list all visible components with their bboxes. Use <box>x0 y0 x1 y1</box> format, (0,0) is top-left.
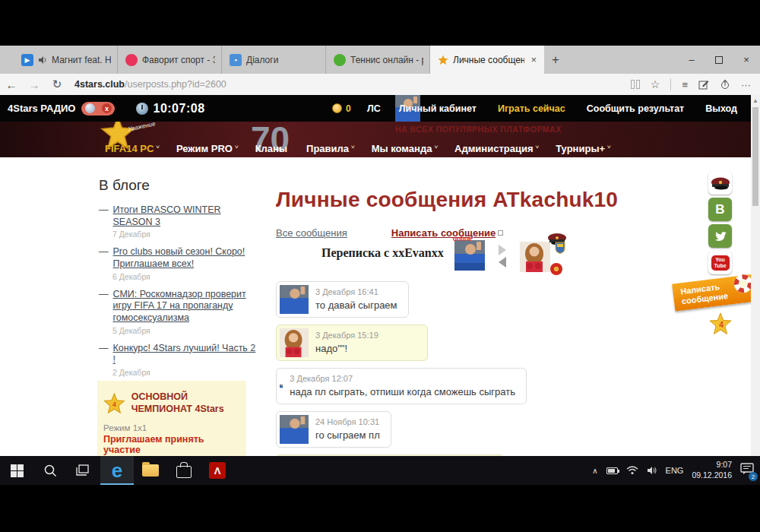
browser-tab-bar: ▶ Магнит feat. HOMIE - ... Фаворит спорт… <box>0 46 760 74</box>
menu-personal-cabinet[interactable]: Личный кабинет <box>399 103 477 114</box>
edge-taskbar-button[interactable]: e <box>100 456 134 485</box>
tab-youtube[interactable]: ▶ Магнит feat. HOMIE - ... <box>14 46 118 74</box>
toolbar-divider <box>670 78 671 90</box>
site-nav-menu: FIFA14 PC˅ Режим PRO˅ Кланы Правила˅ Мы … <box>105 143 611 154</box>
fourstars-icon[interactable]: 4 <box>708 312 732 335</box>
back-button[interactable]: ← <box>0 78 23 91</box>
nav-turniry[interactable]: Турниры+˅ <box>556 143 611 154</box>
list-item: СМИ: Роскомнадзор проверит игру FIFA 17 … <box>99 289 260 336</box>
blog-post-link[interactable]: Pro clubs новый сезон! Скоро! Приглашаем… <box>113 246 261 270</box>
list-item: Конкурс! 4Stars лучший! Часть 2 ! 2 Дека… <box>99 343 260 378</box>
message-bubble: 3 Декабря 16:41 то давай сыграем <box>276 281 409 318</box>
conversation-user-partner[interactable] <box>520 240 564 274</box>
tennis-favicon <box>334 54 346 66</box>
hub-icon[interactable]: ≡ <box>682 79 688 90</box>
close-button[interactable]: × <box>733 46 760 74</box>
nav-klany[interactable]: Кланы <box>255 143 290 154</box>
menu-report-result[interactable]: Сообщить результат <box>587 103 685 114</box>
acrobat-button[interactable]: Λ <box>201 456 234 485</box>
tab-title: Теннис онлайн - результат... <box>350 55 423 65</box>
wifi-icon[interactable] <box>626 466 638 475</box>
nav-administratsiya[interactable]: Администрация˅ <box>454 143 539 154</box>
menu-play-now[interactable]: Играть сейчас <box>498 103 565 114</box>
action-center-button[interactable]: 2 <box>740 463 754 478</box>
more-options-icon[interactable]: ··· <box>741 79 751 90</box>
blog-post-link[interactable]: Конкурс! 4Stars лучший! Часть 2 ! <box>113 343 261 366</box>
site-header-banner: Уважение 70 НА ВСЕХ ПОПУЛЯРНЫХ ПЛАТФОРМА… <box>0 122 760 157</box>
tray-chevron-icon[interactable]: ∧ <box>592 467 597 475</box>
scrollbar-thumb[interactable] <box>752 107 758 206</box>
forward-button[interactable]: → <box>23 78 46 91</box>
share-icon[interactable] <box>720 79 730 90</box>
scroll-up-arrow[interactable]: ▲ <box>751 95 760 104</box>
tray-time-value: 9:07 <box>717 460 732 469</box>
browser-toolbar: ☆ ≡ ··· <box>631 78 760 90</box>
new-tab-button[interactable]: + <box>544 46 567 74</box>
battery-icon[interactable] <box>606 467 618 474</box>
coin-balance[interactable]: 0 <box>332 103 351 114</box>
desktop-background-bottom <box>0 485 760 532</box>
championship-promo[interactable]: 4 ОСНОВНОЙ ЧЕМПИОНАТ 4Stars Режим 1x1 Пр… <box>97 381 246 456</box>
windows-store-button[interactable] <box>167 456 201 485</box>
banner-tagline: НА ВСЕХ ПОПУЛЯРНЫХ ПЛАТФОРМАХ <box>395 125 562 134</box>
twitter-icon[interactable] <box>708 224 732 248</box>
store-bag-icon <box>176 466 192 478</box>
nav-fifa14-pc[interactable]: FIFA14 PC˅ <box>105 143 160 154</box>
tab-dialogs[interactable]: ▪ Діалоги <box>222 46 326 74</box>
site-top-bar: 4Stars РАДИО x 10:07:08 0 ЛС Личный каби… <box>0 95 760 122</box>
task-view-button[interactable] <box>67 456 100 485</box>
svg-text:4: 4 <box>112 401 116 408</box>
minimize-button[interactable]: – <box>678 46 705 74</box>
promo-title: ОСНОВНОЙ ЧЕМПИОНАТ 4Stars <box>131 388 240 415</box>
annotate-icon[interactable] <box>698 79 709 90</box>
url-field[interactable]: 4stars.club/userposts.php?id=2600 <box>74 79 226 90</box>
restore-button[interactable] <box>705 46 733 74</box>
chat-favicon: ▪ <box>230 54 242 66</box>
avatar <box>280 415 309 444</box>
tab-active-private-messages[interactable]: Личные сообщения АТ × <box>430 46 544 74</box>
volume-icon[interactable] <box>647 466 657 475</box>
nav-my-komanda[interactable]: Мы команда˅ <box>372 143 438 154</box>
nav-pravila[interactable]: Правила˅ <box>306 143 355 154</box>
military-cap-icon[interactable] <box>708 171 732 195</box>
messages-main: Личные сообщения ATkachuk10 Все сообщени… <box>276 188 671 456</box>
social-sidebar: B YouTube Я 4 <box>708 171 734 338</box>
tab-favorit-sport[interactable]: Фаворит спорт - Зробити ... <box>118 46 222 74</box>
menu-logout[interactable]: Выход <box>705 103 737 114</box>
write-message-ribbon[interactable]: Написать сообщение <box>672 274 751 312</box>
chevron-down-icon: ˅ <box>434 144 438 150</box>
search-button[interactable] <box>33 456 67 485</box>
start-button[interactable] <box>0 456 33 485</box>
tab-close-icon[interactable]: × <box>529 54 538 65</box>
radio-close-icon[interactable]: x <box>102 103 112 113</box>
all-messages-link[interactable]: Все сообщения <box>276 227 347 239</box>
edit-icon <box>498 230 503 236</box>
message-bubble: 3 Декабря 15:19 надо""! <box>276 325 428 361</box>
vk-icon[interactable]: B <box>708 198 732 221</box>
youtube-icon[interactable]: YouTube <box>708 251 732 274</box>
blog-post-link[interactable]: Итоги BRASCO WINTER SEASON 3 <box>113 204 261 228</box>
online-status: online <box>453 235 472 242</box>
nav-rezhim-pro[interactable]: Режим PRO˅ <box>176 143 239 154</box>
tray-clock[interactable]: 9:07 09.12.2016 <box>692 460 732 480</box>
language-indicator[interactable]: ENG <box>666 466 684 475</box>
avatar <box>280 328 309 357</box>
reading-view-icon[interactable] <box>631 80 640 89</box>
file-explorer-button[interactable] <box>134 456 167 485</box>
favorit-favicon <box>125 54 138 66</box>
conversation-title: Переписка с xxEvanxx <box>321 246 444 260</box>
blog-post-link[interactable]: СМИ: Роскомнадзор проверит игру FIFA 17 … <box>113 289 261 325</box>
radio-player[interactable]: x <box>81 102 115 116</box>
favorites-star-icon[interactable]: ☆ <box>651 78 660 90</box>
conversation-user-me[interactable]: online <box>454 240 485 274</box>
refresh-button[interactable]: ↻ <box>46 78 68 91</box>
write-message-link[interactable]: Написать сообщение <box>391 227 503 239</box>
tab-tennis[interactable]: Теннис онлайн - результат... <box>326 46 430 74</box>
conversation-header: Переписка с xxEvanxx online <box>321 240 671 274</box>
list-item: Pro clubs новый сезон! Скоро! Приглашаем… <box>99 246 260 281</box>
radio-play-icon[interactable] <box>85 103 95 113</box>
list-item: Итоги BRASCO WINTER SEASON 3 7 Декабря <box>99 204 260 239</box>
acrobat-icon: Λ <box>209 462 226 479</box>
page-scrollbar[interactable]: ▲ <box>751 95 760 456</box>
private-messages-link[interactable]: ЛС <box>367 103 381 114</box>
